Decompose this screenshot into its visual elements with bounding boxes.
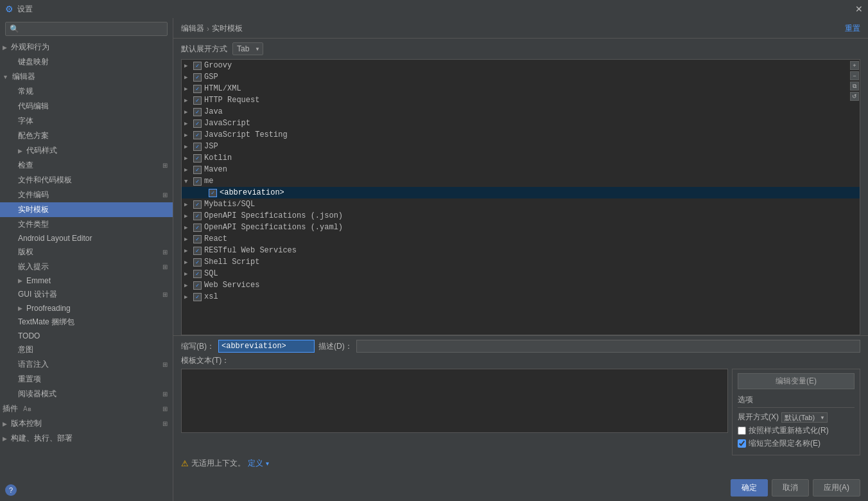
template-textarea[interactable]: [181, 369, 728, 433]
tree-item-groovy[interactable]: ▶ ✓ Groovy: [182, 60, 860, 71]
shorten-checkbox[interactable]: [738, 439, 746, 448]
undo-button[interactable]: ↺: [850, 92, 859, 101]
checkbox-abbreviation[interactable]: ✓: [209, 189, 217, 197]
sidebar-item-duplicate[interactable]: 重置项: [0, 372, 173, 387]
sidebar-item-font[interactable]: 字体: [0, 114, 173, 128]
sidebar-item-lang-inject[interactable]: 语言注入 ⊞: [0, 357, 173, 372]
checkbox-http[interactable]: ✓: [193, 96, 202, 105]
ok-button[interactable]: 确定: [731, 479, 768, 497]
arrow-icon: ▶: [3, 435, 7, 442]
title-bar: ⚙ 设置 ✕: [0, 0, 868, 18]
expand-icon: ▶: [184, 282, 193, 288]
checkbox-xsl[interactable]: ✓: [193, 293, 202, 301]
sidebar-item-file-encoding[interactable]: 文件编码 ⊞: [0, 188, 173, 202]
sidebar-item-plugins[interactable]: 插件 Aʙ ⊞: [0, 401, 173, 416]
arrow-icon: ▼: [3, 74, 8, 80]
tree-item-html-xml[interactable]: ▶ ✓ HTML/XML: [182, 83, 860, 94]
sidebar-item-general[interactable]: 常规: [0, 84, 173, 99]
tree-item-maven[interactable]: ▶ ✓ Maven: [182, 164, 860, 175]
sidebar-item-proofreading[interactable]: ▶ Proofreading: [0, 302, 173, 315]
sidebar-item-intention[interactable]: 意图: [0, 342, 173, 357]
remove-button[interactable]: −: [850, 71, 859, 80]
expand-option-select[interactable]: 默认(Tab): [781, 412, 828, 423]
tree-item-gsp[interactable]: ▶ ✓ GSP: [182, 71, 860, 83]
sidebar-item-emmet[interactable]: ▶ Emmet: [0, 274, 173, 287]
tree-item-http[interactable]: ▶ ✓ HTTP Request: [182, 94, 860, 106]
sidebar-item-file-templates[interactable]: 文件和代码模板: [0, 173, 173, 188]
edit-vars-button[interactable]: 编辑变量(E): [738, 373, 855, 389]
tree-item-mybatis[interactable]: ▶ ✓ Mybatis/SQL: [182, 198, 860, 210]
sidebar-item-color-scheme[interactable]: 配色方案: [0, 128, 173, 143]
tree-item-shell[interactable]: ▶ ✓ Shell Script: [182, 256, 860, 268]
checkbox-maven[interactable]: ✓: [193, 166, 202, 174]
checkbox-sql[interactable]: ✓: [193, 270, 202, 278]
sidebar-item-editor[interactable]: ▼ 编辑器: [0, 69, 173, 84]
tree-label: Shell Script: [204, 258, 259, 267]
tree-item-xsl[interactable]: ▶ ✓ xsl: [182, 291, 860, 303]
expand-icon: ▶: [184, 247, 193, 254]
checkbox-shell[interactable]: ✓: [193, 258, 202, 267]
sidebar-item-gui-designer[interactable]: GUI 设计器 ⊞: [0, 287, 173, 302]
tree-item-restful[interactable]: ▶ ✓ RESTful Web Services: [182, 245, 860, 256]
sidebar-item-code-editing[interactable]: 代码编辑: [0, 99, 173, 114]
sidebar-item-textmate[interactable]: TextMate 捆绑包: [0, 315, 173, 330]
sidebar-item-inlay-hints[interactable]: 嵌入提示 ⊞: [0, 259, 173, 274]
sidebar-item-inspections[interactable]: 检查 ⊞: [0, 158, 173, 173]
tree-item-javascript[interactable]: ▶ ✓ JavaScript: [182, 118, 860, 129]
checkbox-openapi-yaml[interactable]: ✓: [193, 224, 202, 232]
sidebar-item-todo[interactable]: TODO: [0, 330, 173, 342]
help-button[interactable]: ?: [5, 484, 17, 496]
sidebar-item-android-layout[interactable]: Android Layout Editor: [0, 232, 173, 245]
abbrev-input[interactable]: [218, 340, 315, 353]
checkbox-web-services[interactable]: ✓: [193, 281, 202, 290]
apply-button[interactable]: 应用(A): [813, 479, 860, 497]
tree-item-js-testing[interactable]: ▶ ✓ JavaScript Testing: [182, 129, 860, 141]
sidebar-item-reader-mode[interactable]: 阅读器模式 ⊞: [0, 387, 173, 401]
checkbox-gsp[interactable]: ✓: [193, 73, 202, 82]
tree-item-react[interactable]: ▶ ✓ React: [182, 233, 860, 245]
tree-item-kotlin[interactable]: ▶ ✓ Kotlin: [182, 152, 860, 164]
checkbox-java[interactable]: ✓: [193, 108, 202, 116]
checkbox-groovy[interactable]: ✓: [193, 62, 202, 70]
tree-item-java[interactable]: ▶ ✓ Java: [182, 106, 860, 118]
search-input[interactable]: [5, 22, 168, 36]
tree-item-me[interactable]: ▼ ✓ me: [182, 175, 860, 187]
close-button[interactable]: ✕: [855, 4, 863, 13]
sidebar-item-build[interactable]: ▶ 构建、执行、部署: [0, 431, 173, 446]
copy-button[interactable]: ⧉: [850, 82, 859, 91]
define-link[interactable]: 定义: [248, 458, 263, 469]
sidebar-item-appearance[interactable]: ▶ 外观和行为: [0, 40, 173, 55]
reformat-checkbox[interactable]: [738, 426, 746, 435]
sidebar-item-copyright[interactable]: 版权 ⊞: [0, 245, 173, 259]
checkbox-kotlin[interactable]: ✓: [193, 154, 202, 163]
tree-item-web-services[interactable]: ▶ ✓ Web Services: [182, 279, 860, 291]
content-panel: 编辑器 › 实时模板 重置 默认展开方式 Tab + − ⧉ ↺: [173, 18, 868, 501]
warning-icon: ⚠: [181, 459, 189, 468]
sidebar-item-file-types[interactable]: 文件类型: [0, 217, 173, 232]
tree-item-sql[interactable]: ▶ ✓ SQL: [182, 268, 860, 279]
sidebar-item-live-templates[interactable]: 实时模板: [0, 202, 173, 217]
cancel-button[interactable]: 取消: [772, 479, 809, 497]
reset-link[interactable]: 重置: [845, 23, 860, 34]
checkbox-html[interactable]: ✓: [193, 85, 202, 93]
checkbox-mybatis[interactable]: ✓: [193, 200, 202, 209]
tree-item-openapi-json[interactable]: ▶ ✓ OpenAPI Specifications (.json): [182, 210, 860, 222]
checkbox-me[interactable]: ✓: [193, 177, 202, 186]
checkbox-js-testing[interactable]: ✓: [193, 131, 202, 139]
desc-input[interactable]: [356, 340, 860, 353]
sidebar-item-code-style[interactable]: ▶ 代码样式: [0, 143, 173, 158]
checkbox-jsp[interactable]: ✓: [193, 143, 202, 151]
tree-label: SQL: [204, 269, 218, 278]
sidebar-item-vcs[interactable]: ▶ 版本控制 ⊞: [0, 416, 173, 431]
checkbox-openapi-json[interactable]: ✓: [193, 212, 202, 220]
tree-item-openapi-yaml[interactable]: ▶ ✓ OpenAPI Specifications (.yaml): [182, 222, 860, 233]
expand-icon: ▶: [184, 97, 193, 103]
checkbox-restful[interactable]: ✓: [193, 247, 202, 255]
add-button[interactable]: +: [850, 61, 859, 70]
checkbox-react[interactable]: ✓: [193, 235, 202, 243]
expand-select[interactable]: Tab: [232, 42, 263, 55]
tree-item-abbreviation[interactable]: ✓ <abbreviation>: [182, 187, 860, 198]
tree-item-jsp[interactable]: ▶ ✓ JSP: [182, 141, 860, 152]
checkbox-js[interactable]: ✓: [193, 119, 202, 128]
sidebar-item-keymaps[interactable]: 键盘映射: [0, 55, 173, 69]
